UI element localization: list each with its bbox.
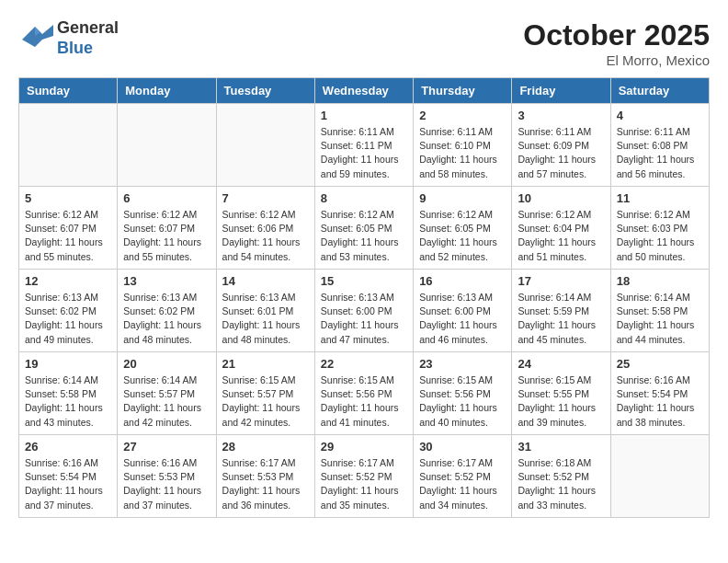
- day-info: Sunrise: 6:14 AM Sunset: 5:58 PM Dayligh…: [25, 373, 111, 430]
- day-info: Sunrise: 6:13 AM Sunset: 6:00 PM Dayligh…: [321, 291, 407, 347]
- day-number: 23: [419, 357, 506, 371]
- day-info: Sunrise: 6:12 AM Sunset: 6:04 PM Dayligh…: [518, 208, 604, 264]
- logo-text: General Blue: [57, 18, 119, 58]
- weekday-header-tuesday: Tuesday: [216, 78, 314, 104]
- calendar-cell: 5Sunrise: 6:12 AM Sunset: 6:07 PM Daylig…: [19, 187, 118, 270]
- day-number: 5: [25, 191, 111, 205]
- day-number: 16: [419, 274, 506, 288]
- week-row-1: 1Sunrise: 6:11 AM Sunset: 6:11 PM Daylig…: [19, 104, 710, 187]
- day-info: Sunrise: 6:17 AM Sunset: 5:52 PM Dayligh…: [321, 456, 407, 512]
- day-info: Sunrise: 6:11 AM Sunset: 6:11 PM Dayligh…: [321, 125, 407, 181]
- day-number: 17: [518, 274, 604, 288]
- calendar-cell: 6Sunrise: 6:12 AM Sunset: 6:07 PM Daylig…: [118, 187, 216, 270]
- calendar-cell: 23Sunrise: 6:15 AM Sunset: 5:56 PM Dayli…: [414, 352, 512, 435]
- day-info: Sunrise: 6:12 AM Sunset: 6:07 PM Dayligh…: [123, 208, 210, 264]
- page-header: General Blue October 2025 El Morro, Mexi…: [18, 18, 710, 68]
- day-info: Sunrise: 6:11 AM Sunset: 6:09 PM Dayligh…: [518, 125, 604, 181]
- day-number: 25: [617, 357, 703, 371]
- day-info: Sunrise: 6:15 AM Sunset: 5:56 PM Dayligh…: [321, 373, 407, 430]
- calendar-cell: 22Sunrise: 6:15 AM Sunset: 5:56 PM Dayli…: [314, 352, 413, 435]
- calendar-cell: 30Sunrise: 6:17 AM Sunset: 5:52 PM Dayli…: [414, 435, 512, 518]
- day-number: 4: [617, 109, 703, 122]
- calendar-table: SundayMondayTuesdayWednesdayThursdayFrid…: [18, 77, 710, 518]
- week-row-2: 5Sunrise: 6:12 AM Sunset: 6:07 PM Daylig…: [19, 187, 710, 270]
- day-number: 24: [518, 357, 604, 371]
- logo-icon: [18, 19, 53, 58]
- weekday-header-monday: Monday: [118, 78, 216, 104]
- day-number: 28: [222, 440, 309, 454]
- calendar-cell: [216, 104, 314, 187]
- calendar-cell: 14Sunrise: 6:13 AM Sunset: 6:01 PM Dayli…: [216, 270, 314, 352]
- calendar-cell: 25Sunrise: 6:16 AM Sunset: 5:54 PM Dayli…: [610, 352, 709, 435]
- calendar-cell: [19, 104, 118, 187]
- calendar-cell: 18Sunrise: 6:14 AM Sunset: 5:58 PM Dayli…: [610, 270, 709, 352]
- calendar-cell: 20Sunrise: 6:14 AM Sunset: 5:57 PM Dayli…: [118, 352, 216, 435]
- day-info: Sunrise: 6:11 AM Sunset: 6:08 PM Dayligh…: [617, 125, 703, 181]
- logo-general: General: [57, 18, 119, 37]
- day-info: Sunrise: 6:16 AM Sunset: 5:54 PM Dayligh…: [25, 456, 111, 512]
- weekday-header-row: SundayMondayTuesdayWednesdayThursdayFrid…: [19, 78, 710, 104]
- day-info: Sunrise: 6:13 AM Sunset: 6:02 PM Dayligh…: [25, 291, 111, 347]
- calendar-cell: 24Sunrise: 6:15 AM Sunset: 5:55 PM Dayli…: [512, 352, 610, 435]
- week-row-3: 12Sunrise: 6:13 AM Sunset: 6:02 PM Dayli…: [19, 270, 710, 352]
- weekday-header-thursday: Thursday: [414, 78, 512, 104]
- day-number: 22: [321, 357, 407, 371]
- day-number: 21: [222, 357, 309, 371]
- title-section: October 2025 El Morro, Mexico: [523, 18, 710, 68]
- day-number: 6: [123, 191, 210, 205]
- weekday-header-saturday: Saturday: [610, 78, 709, 104]
- calendar-cell: 21Sunrise: 6:15 AM Sunset: 5:57 PM Dayli…: [216, 352, 314, 435]
- calendar-cell: 15Sunrise: 6:13 AM Sunset: 6:00 PM Dayli…: [314, 270, 413, 352]
- day-number: 2: [419, 109, 506, 122]
- weekday-header-wednesday: Wednesday: [314, 78, 413, 104]
- day-number: 31: [518, 440, 604, 454]
- day-number: 30: [419, 440, 506, 454]
- calendar-cell: 2Sunrise: 6:11 AM Sunset: 6:10 PM Daylig…: [414, 104, 512, 187]
- day-info: Sunrise: 6:17 AM Sunset: 5:53 PM Dayligh…: [222, 456, 309, 512]
- day-number: 15: [321, 274, 407, 288]
- day-info: Sunrise: 6:12 AM Sunset: 6:06 PM Dayligh…: [222, 208, 309, 264]
- day-number: 13: [123, 274, 210, 288]
- day-number: 8: [321, 191, 407, 205]
- day-info: Sunrise: 6:13 AM Sunset: 6:02 PM Dayligh…: [123, 291, 210, 347]
- calendar-cell: 29Sunrise: 6:17 AM Sunset: 5:52 PM Dayli…: [314, 435, 413, 518]
- day-number: 9: [419, 191, 506, 205]
- calendar-cell: 27Sunrise: 6:16 AM Sunset: 5:53 PM Dayli…: [118, 435, 216, 518]
- calendar-cell: 28Sunrise: 6:17 AM Sunset: 5:53 PM Dayli…: [216, 435, 314, 518]
- day-number: 3: [518, 109, 604, 122]
- calendar-cell: 4Sunrise: 6:11 AM Sunset: 6:08 PM Daylig…: [610, 104, 709, 187]
- day-number: 7: [222, 191, 309, 205]
- day-number: 18: [617, 274, 703, 288]
- day-info: Sunrise: 6:15 AM Sunset: 5:56 PM Dayligh…: [419, 373, 506, 430]
- day-number: 14: [222, 274, 309, 288]
- calendar-cell: 13Sunrise: 6:13 AM Sunset: 6:02 PM Dayli…: [118, 270, 216, 352]
- calendar-cell: 19Sunrise: 6:14 AM Sunset: 5:58 PM Dayli…: [19, 352, 118, 435]
- day-info: Sunrise: 6:12 AM Sunset: 6:05 PM Dayligh…: [321, 208, 407, 264]
- calendar-cell: 7Sunrise: 6:12 AM Sunset: 6:06 PM Daylig…: [216, 187, 314, 270]
- day-number: 19: [25, 357, 111, 371]
- day-number: 12: [25, 274, 111, 288]
- calendar-cell: 8Sunrise: 6:12 AM Sunset: 6:05 PM Daylig…: [314, 187, 413, 270]
- day-number: 10: [518, 191, 604, 205]
- day-info: Sunrise: 6:15 AM Sunset: 5:55 PM Dayligh…: [518, 373, 604, 430]
- calendar-cell: 11Sunrise: 6:12 AM Sunset: 6:03 PM Dayli…: [610, 187, 709, 270]
- logo: General Blue: [18, 18, 119, 58]
- calendar-cell: 12Sunrise: 6:13 AM Sunset: 6:02 PM Dayli…: [19, 270, 118, 352]
- day-info: Sunrise: 6:13 AM Sunset: 6:00 PM Dayligh…: [419, 291, 506, 347]
- day-number: 26: [25, 440, 111, 454]
- calendar-cell: 26Sunrise: 6:16 AM Sunset: 5:54 PM Dayli…: [19, 435, 118, 518]
- week-row-4: 19Sunrise: 6:14 AM Sunset: 5:58 PM Dayli…: [19, 352, 710, 435]
- day-number: 11: [617, 191, 703, 205]
- week-row-5: 26Sunrise: 6:16 AM Sunset: 5:54 PM Dayli…: [19, 435, 710, 518]
- day-number: 20: [123, 357, 210, 371]
- calendar-cell: [118, 104, 216, 187]
- logo-svg: [18, 19, 53, 54]
- day-number: 1: [321, 109, 407, 122]
- month-title: October 2025: [523, 18, 710, 52]
- day-info: Sunrise: 6:13 AM Sunset: 6:01 PM Dayligh…: [222, 291, 309, 347]
- day-number: 27: [123, 440, 210, 454]
- calendar-cell: 9Sunrise: 6:12 AM Sunset: 6:05 PM Daylig…: [414, 187, 512, 270]
- day-info: Sunrise: 6:16 AM Sunset: 5:53 PM Dayligh…: [123, 456, 210, 512]
- calendar-cell: 10Sunrise: 6:12 AM Sunset: 6:04 PM Dayli…: [512, 187, 610, 270]
- day-info: Sunrise: 6:14 AM Sunset: 5:57 PM Dayligh…: [123, 373, 210, 430]
